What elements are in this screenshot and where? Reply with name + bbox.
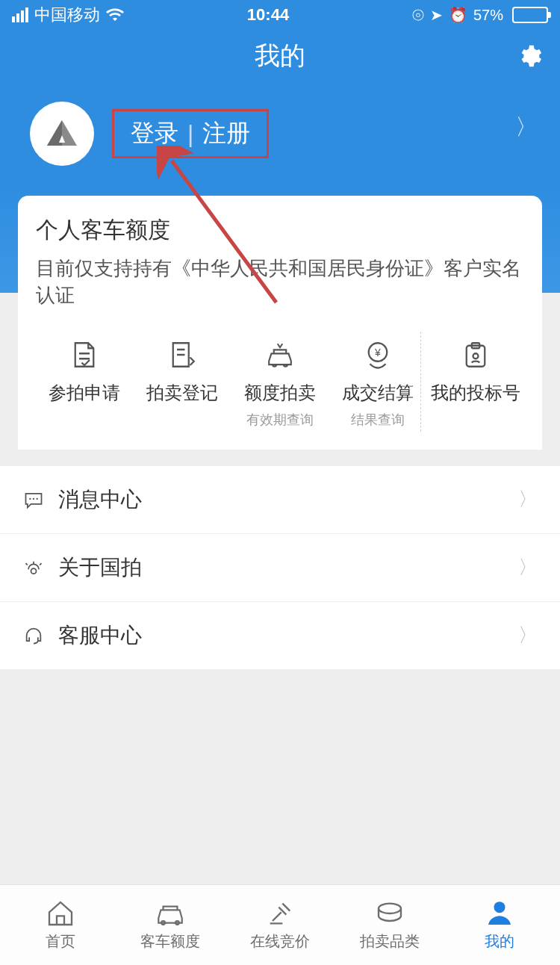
wifi-icon: [106, 8, 124, 22]
tab-label: 首页: [46, 931, 75, 952]
list-item-about[interactable]: 关于国拍 〉: [0, 534, 560, 602]
register-icon: [167, 335, 198, 375]
chevron-right-icon: 〉: [518, 554, 538, 580]
status-time: 10:44: [247, 5, 289, 25]
svg-text:¥: ¥: [374, 347, 381, 359]
carrier-label: 中国移动: [34, 4, 100, 26]
car-icon: [154, 896, 187, 928]
login-label: 登录: [131, 117, 178, 150]
svg-point-15: [379, 904, 401, 913]
bidno-icon: [460, 335, 491, 375]
list-label: 关于国拍: [58, 553, 142, 582]
tab-categories[interactable]: 拍卖品类: [335, 896, 444, 952]
svg-point-16: [494, 902, 505, 913]
svg-point-9: [29, 497, 31, 499]
tab-bar: 首页 客车额度 在线竞价 拍卖品类 我的: [0, 884, 560, 965]
svg-point-8: [473, 353, 478, 359]
action-register[interactable]: 拍卖登记: [134, 335, 231, 405]
tab-label: 在线竞价: [250, 931, 310, 952]
action-label: 参拍申请: [49, 381, 120, 405]
action-auction[interactable]: 额度拍卖 有效期查询: [231, 335, 329, 429]
register-label: 注册: [202, 117, 250, 150]
auction-icon: [263, 335, 297, 375]
message-icon: [22, 489, 45, 510]
location-icon: ➤: [430, 6, 443, 24]
action-bidno[interactable]: 我的投标号: [426, 335, 524, 405]
action-settlement[interactable]: ¥ 成交结算 结果查询: [329, 335, 426, 429]
card-desc: 目前仅支持持有《中华人民共和国居民身份证》客户实名认证: [36, 255, 524, 309]
home-icon: [46, 896, 75, 928]
page-title: 我的: [255, 39, 305, 73]
category-icon: [375, 896, 405, 928]
action-label: 我的投标号: [431, 381, 520, 405]
battery-icon: [512, 7, 548, 23]
tab-label: 拍卖品类: [360, 931, 420, 952]
user-icon: [485, 896, 514, 928]
support-icon: [22, 625, 45, 646]
action-label: 成交结算: [342, 381, 414, 405]
separator: |: [187, 120, 193, 148]
tab-label: 我的: [485, 931, 514, 952]
list-label: 消息中心: [58, 485, 142, 514]
svg-point-11: [37, 497, 38, 499]
tab-mine[interactable]: 我的: [444, 896, 554, 952]
status-left: 中国移动: [12, 4, 124, 26]
login-register-button[interactable]: 登录 | 注册: [112, 109, 269, 158]
list-label: 客服中心: [58, 621, 142, 650]
action-label: 额度拍卖: [244, 381, 316, 405]
svg-point-12: [31, 568, 37, 574]
status-right: ⦾ ➤ ⏰ 57%: [412, 6, 548, 24]
tab-quota[interactable]: 客车额度: [116, 896, 225, 952]
list-item-support[interactable]: 客服中心 〉: [0, 602, 560, 669]
gavel-icon: [265, 896, 295, 928]
avatar: [30, 102, 94, 166]
quota-card: 个人客车额度 目前仅支持持有《中华人民共和国居民身份证》客户实名认证 参拍申请 …: [18, 196, 542, 450]
about-icon: [22, 557, 45, 578]
chevron-right-icon: 〉: [518, 622, 538, 648]
menu-list: 消息中心 〉 关于国拍 〉 客服中心 〉: [0, 466, 560, 669]
apply-icon: [69, 335, 100, 375]
alarm-icon: ⏰: [449, 6, 467, 24]
card-title: 个人客车额度: [36, 215, 524, 246]
settlement-icon: ¥: [362, 335, 393, 375]
title-row: 我的: [0, 30, 560, 82]
action-sublabel: 结果查询: [351, 411, 405, 429]
avatar-placeholder-icon: [44, 116, 80, 152]
signal-icon: [12, 7, 28, 22]
status-bar: 中国移动 10:44 ⦾ ➤ ⏰ 57%: [0, 0, 560, 30]
login-row[interactable]: 登录 | 注册 〉: [0, 82, 560, 166]
svg-point-10: [33, 497, 34, 499]
action-sublabel: 有效期查询: [246, 411, 314, 429]
settings-button[interactable]: [517, 43, 542, 69]
list-item-messages[interactable]: 消息中心 〉: [0, 466, 560, 534]
action-apply[interactable]: 参拍申请: [36, 335, 134, 405]
action-row: 参拍申请 拍卖登记 额度拍卖 有效期查询 ¥ 成交结算 结果查询: [36, 335, 524, 429]
tab-bidding[interactable]: 在线竞价: [225, 896, 335, 952]
tab-label: 客车额度: [140, 931, 200, 952]
tab-home[interactable]: 首页: [6, 896, 116, 952]
lock-icon: ⦾: [412, 7, 424, 24]
gear-icon: [517, 43, 542, 69]
chevron-right-icon: 〉: [518, 486, 538, 512]
chevron-right-icon: 〉: [515, 112, 538, 143]
action-label: 拍卖登记: [146, 381, 218, 405]
battery-pct: 57%: [473, 7, 503, 24]
